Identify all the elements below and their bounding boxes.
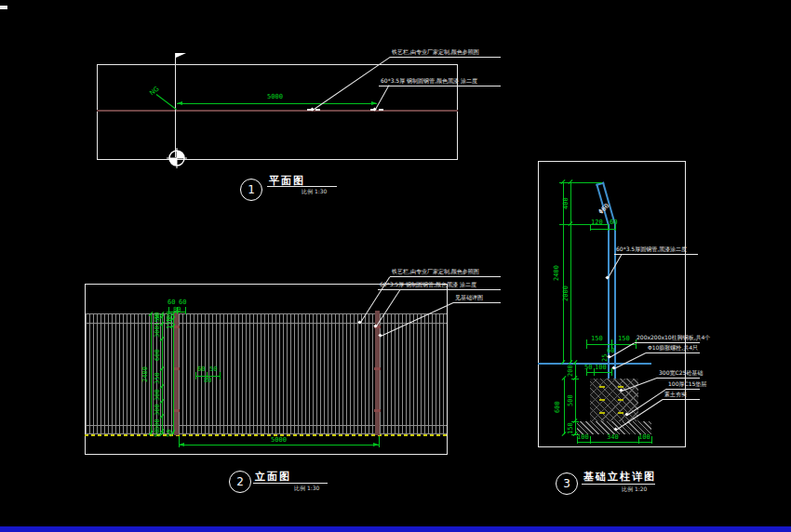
dim-line <box>586 372 611 373</box>
annotation-text: Φ10膨胀螺栓,共4只 <box>648 345 698 351</box>
annotation-underline <box>614 254 698 255</box>
dim-label: 60 <box>610 219 617 226</box>
dim-ext <box>586 368 587 376</box>
dim-label: 100 <box>577 434 589 441</box>
anchor-bolt <box>618 412 623 414</box>
concrete-footing <box>590 379 638 421</box>
dim-ext <box>559 182 602 183</box>
dim-ext <box>611 368 612 376</box>
dim-label: 200 <box>568 365 574 377</box>
annotation-text: 100厚C15垫层 <box>668 381 706 387</box>
dim-ext <box>636 339 637 349</box>
foundation-detail-view: 400 2000 2400 120 60 Φ60 150 150 60 25 5… <box>0 0 791 532</box>
anchor-bolt <box>599 412 605 414</box>
dim-label: 400 <box>563 197 570 209</box>
dim-ext <box>651 436 652 444</box>
dim-label: 150 <box>568 422 574 434</box>
view-title: 基础立柱详图 <box>583 472 656 482</box>
view-number: 3 <box>563 478 570 489</box>
dim-label: 150 <box>591 336 603 342</box>
dim-ext <box>594 368 595 376</box>
anchor-bolt <box>618 399 623 401</box>
dim-line <box>563 182 564 363</box>
dim-chain-line <box>570 182 571 363</box>
dim-chain-line <box>575 363 576 434</box>
annotation-text: 200x200x10柱脚钢板,共4个 <box>637 335 710 340</box>
annotation-text: 素土夯实 <box>664 392 687 397</box>
annotation-underline <box>635 342 700 343</box>
dim-label: 100 <box>595 365 607 371</box>
bottom-blue-bar <box>0 526 791 532</box>
dim-ext <box>586 339 587 349</box>
dim-label: 500 <box>568 394 574 406</box>
dim-line <box>577 442 651 443</box>
annotation-text: 300宽C25砼基础 <box>659 370 703 376</box>
view-scale: 比例 1:20 <box>622 486 647 492</box>
anchor-bolt <box>599 386 605 388</box>
dim-label: 2000 <box>563 286 570 301</box>
view-number-bubble: 3 <box>556 472 578 495</box>
anchor-bolt <box>599 399 605 401</box>
dim-line <box>564 379 565 434</box>
dim-line <box>590 229 616 230</box>
dim-ext <box>608 224 609 231</box>
dim-label: 2400 <box>554 265 560 281</box>
annotation-text: 60*3.5厚圆钢管,黑漆涂二度 <box>616 246 687 252</box>
dim-label: 100 <box>638 434 650 441</box>
dim-label: 120 <box>591 219 603 226</box>
dim-label: 600 <box>555 401 561 413</box>
annotation-underline <box>666 389 700 390</box>
annotation-underline <box>663 399 700 400</box>
annotation-underline <box>657 378 700 379</box>
title-underline <box>582 484 655 485</box>
dim-label: 340 <box>607 434 619 441</box>
annotation-underline <box>646 352 700 353</box>
cad-drawing-canvas[interactable]: 5000 NG 铁艺栏,由专业厂家定制,颜色参照图 60*3.5厚 钢制圆钢管,… <box>0 0 791 532</box>
cursor-fragment <box>0 6 7 9</box>
dim-label: 150 <box>618 336 630 342</box>
